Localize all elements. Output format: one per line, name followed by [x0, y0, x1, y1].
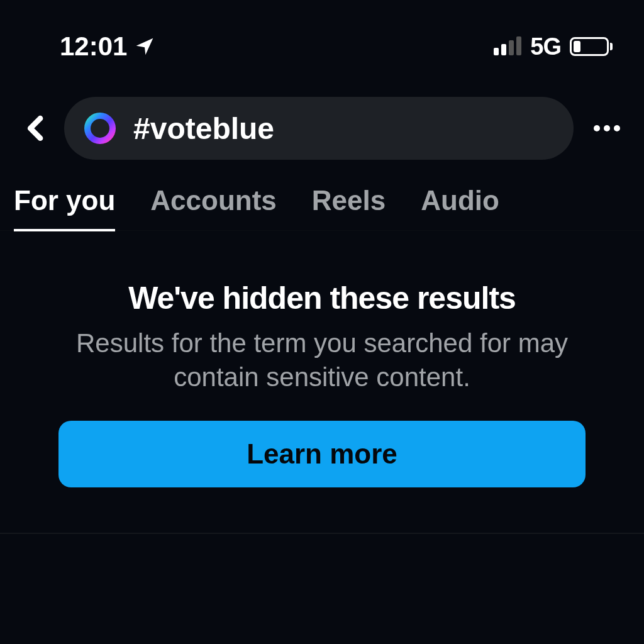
- hidden-results-message: We've hidden these results Results for t…: [0, 231, 644, 487]
- message-body: Results for the term you searched for ma…: [36, 326, 608, 394]
- search-row: #voteblue: [0, 62, 644, 160]
- message-title: We've hidden these results: [36, 280, 608, 316]
- battery-icon: [570, 37, 613, 56]
- signal-icon: [494, 38, 521, 55]
- section-divider: [0, 533, 644, 534]
- status-time: 12:01: [60, 31, 127, 62]
- tab-audio[interactable]: Audio: [421, 185, 499, 230]
- tab-for-you[interactable]: For you: [14, 185, 115, 230]
- meta-ring-icon: [83, 111, 117, 145]
- search-query-text: #voteblue: [133, 111, 274, 146]
- status-left: 12:01: [60, 31, 155, 62]
- status-bar: 12:01 5G: [0, 0, 644, 62]
- tabs: For you Accounts Reels Audio: [0, 160, 644, 231]
- learn-more-button[interactable]: Learn more: [58, 421, 586, 487]
- search-input[interactable]: #voteblue: [64, 97, 574, 160]
- more-icon[interactable]: [589, 125, 625, 131]
- back-icon[interactable]: [23, 115, 49, 142]
- status-right: 5G: [494, 33, 613, 60]
- tab-accounts[interactable]: Accounts: [150, 185, 276, 230]
- network-type: 5G: [530, 33, 561, 60]
- location-icon: [135, 36, 155, 57]
- svg-point-0: [87, 116, 113, 141]
- tab-reels[interactable]: Reels: [312, 185, 386, 230]
